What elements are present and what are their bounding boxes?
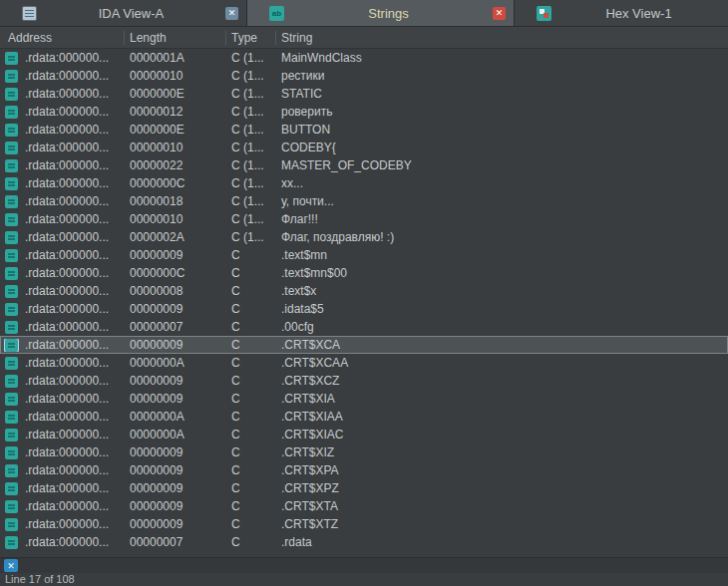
row-icon-cell bbox=[0, 303, 25, 316]
table-row[interactable]: .rdata:000000... 00000009 C .CRT$XTA bbox=[0, 497, 728, 515]
row-type: C bbox=[226, 374, 276, 388]
row-type: C bbox=[226, 266, 276, 280]
row-length: 00000010 bbox=[125, 212, 226, 226]
string-item-icon bbox=[5, 106, 18, 119]
table-row[interactable]: .rdata:000000... 0000000A C .CRT$XIAA bbox=[0, 408, 728, 426]
table-row[interactable]: .rdata:000000... 00000010 C (1... Флаг!!… bbox=[0, 210, 728, 228]
row-icon-cell bbox=[0, 88, 25, 101]
close-icon[interactable]: ✕ bbox=[225, 7, 238, 20]
row-icon-cell bbox=[0, 70, 25, 83]
column-header-string[interactable]: String bbox=[276, 31, 728, 45]
table-row[interactable]: .rdata:000000... 0000000E C (1... STATIC bbox=[0, 85, 728, 103]
row-length: 00000022 bbox=[125, 158, 226, 172]
row-address: .rdata:000000... bbox=[25, 87, 125, 101]
row-icon-cell bbox=[0, 213, 25, 226]
row-length: 0000000A bbox=[125, 428, 226, 441]
row-string: .CRT$XIA bbox=[276, 392, 728, 406]
row-icon-cell bbox=[0, 411, 25, 424]
row-address: .rdata:000000... bbox=[25, 123, 125, 137]
line-indicator: Line 17 of 108 bbox=[0, 573, 728, 586]
table-row[interactable]: .rdata:000000... 00000007 C .rdata bbox=[0, 533, 728, 551]
column-header-type[interactable]: Type bbox=[226, 31, 276, 45]
tab-ida-view-a[interactable]: IDA View-A ✕ bbox=[0, 0, 247, 26]
row-address: .rdata:000000... bbox=[25, 248, 125, 262]
row-length: 0000000A bbox=[125, 356, 226, 370]
row-length: 00000012 bbox=[125, 105, 226, 119]
table-row[interactable]: .rdata:000000... 00000007 C .00cfg bbox=[0, 318, 728, 336]
column-header-length[interactable]: Length bbox=[125, 31, 226, 45]
row-string: MainWndClass bbox=[276, 51, 728, 65]
row-icon-cell bbox=[0, 518, 25, 531]
table-header: Address Length Type String bbox=[0, 27, 728, 49]
table-row[interactable]: .rdata:000000... 0000000C C (1... xx... bbox=[0, 174, 728, 192]
table-row[interactable]: .rdata:000000... 00000012 C (1... ровери… bbox=[0, 103, 728, 121]
column-header-address[interactable]: Address bbox=[0, 31, 125, 45]
ida-view-icon bbox=[22, 6, 37, 21]
row-icon-cell bbox=[0, 249, 25, 262]
string-item-icon bbox=[5, 518, 18, 531]
tab-strings[interactable]: Strings ✕ bbox=[247, 0, 515, 26]
row-address: .rdata:000000... bbox=[25, 69, 125, 83]
row-address: .rdata:000000... bbox=[25, 176, 125, 190]
row-type: C (1... bbox=[226, 176, 276, 190]
table-row[interactable]: .rdata:000000... 00000018 C (1... у, поч… bbox=[0, 192, 728, 210]
row-type: C bbox=[226, 320, 276, 334]
row-string: .CRT$XCZ bbox=[276, 374, 728, 388]
row-type: C bbox=[226, 284, 276, 298]
row-length: 00000018 bbox=[125, 194, 226, 208]
row-string: .CRT$XPZ bbox=[276, 481, 728, 495]
table-row[interactable]: .rdata:000000... 0000000A C .CRT$XCAA bbox=[0, 354, 728, 372]
table-row[interactable]: .rdata:000000... 00000009 C .CRT$XPZ bbox=[0, 479, 728, 497]
row-length: 0000000C bbox=[125, 266, 226, 280]
row-type: C (1... bbox=[226, 69, 276, 83]
row-length: 00000010 bbox=[125, 69, 226, 83]
string-item-icon bbox=[5, 321, 18, 334]
table-row[interactable]: .rdata:000000... 00000009 C .CRT$XPA bbox=[0, 461, 728, 479]
row-string: рестики bbox=[276, 69, 728, 83]
row-icon-cell bbox=[0, 482, 25, 495]
table-row[interactable]: .rdata:000000... 00000022 C (1... MASTER… bbox=[0, 156, 728, 174]
string-item-icon bbox=[5, 500, 18, 513]
row-string: у, почти... bbox=[276, 194, 728, 208]
row-icon-cell bbox=[0, 339, 25, 352]
table-row[interactable]: .rdata:000000... 00000009 C .text$mn bbox=[0, 246, 728, 264]
string-item-icon bbox=[5, 159, 18, 172]
string-item-icon bbox=[5, 124, 18, 137]
table-row[interactable]: .rdata:000000... 00000009 C .CRT$XCZ bbox=[0, 372, 728, 390]
row-length: 00000007 bbox=[125, 320, 226, 334]
row-type: C (1... bbox=[226, 51, 276, 65]
string-item-icon bbox=[5, 357, 18, 370]
table-row[interactable]: .rdata:000000... 00000009 C .CRT$XIA bbox=[0, 390, 728, 408]
table-row[interactable]: .rdata:000000... 00000009 C .idata$5 bbox=[0, 300, 728, 318]
table-row[interactable]: .rdata:000000... 0000002A C (1... Флаг, … bbox=[0, 228, 728, 246]
row-length: 00000009 bbox=[125, 374, 226, 388]
row-address: .rdata:000000... bbox=[25, 535, 125, 549]
tab-hex-view-1[interactable]: Hex View-1 bbox=[515, 0, 728, 26]
row-type: C (1... bbox=[226, 194, 276, 208]
close-panel-icon[interactable]: ✕ bbox=[4, 559, 18, 572]
row-icon-cell bbox=[0, 357, 25, 370]
row-icon-cell bbox=[0, 177, 25, 190]
string-item-icon bbox=[5, 267, 18, 280]
table-row[interactable]: .rdata:000000... 00000009 C .CRT$XTZ bbox=[0, 515, 728, 533]
table-row[interactable]: .rdata:000000... 00000009 C .CRT$XIZ bbox=[0, 443, 728, 461]
table-row[interactable]: .rdata:000000... 0000000A C .CRT$XIAC bbox=[0, 426, 728, 443]
string-item-icon bbox=[5, 249, 18, 262]
table-row[interactable]: .rdata:000000... 00000008 C .text$x bbox=[0, 282, 728, 300]
row-type: C (1... bbox=[226, 123, 276, 137]
table-row[interactable]: .rdata:000000... 00000009 C .CRT$XCA bbox=[0, 336, 728, 354]
table-row[interactable]: .rdata:000000... 0000001A C (1... MainWn… bbox=[0, 49, 728, 67]
strings-table-body: .rdata:000000... 0000001A C (1... MainWn… bbox=[0, 49, 728, 557]
table-row[interactable]: .rdata:000000... 00000010 C (1... рестик… bbox=[0, 67, 728, 85]
row-type: C bbox=[226, 248, 276, 262]
close-icon[interactable]: ✕ bbox=[493, 7, 506, 20]
row-type: C bbox=[226, 535, 276, 549]
row-address: .rdata:000000... bbox=[25, 212, 125, 226]
table-row[interactable]: .rdata:000000... 0000000E C (1... BUTTON bbox=[0, 121, 728, 139]
table-row[interactable]: .rdata:000000... 0000000C C .text$mn$00 bbox=[0, 264, 728, 282]
row-address: .rdata:000000... bbox=[25, 284, 125, 298]
row-type: C (1... bbox=[226, 230, 276, 244]
table-row[interactable]: .rdata:000000... 00000010 C (1... CODEBY… bbox=[0, 139, 728, 156]
tab-strings-label: Strings bbox=[290, 6, 487, 21]
row-address: .rdata:000000... bbox=[25, 320, 125, 334]
